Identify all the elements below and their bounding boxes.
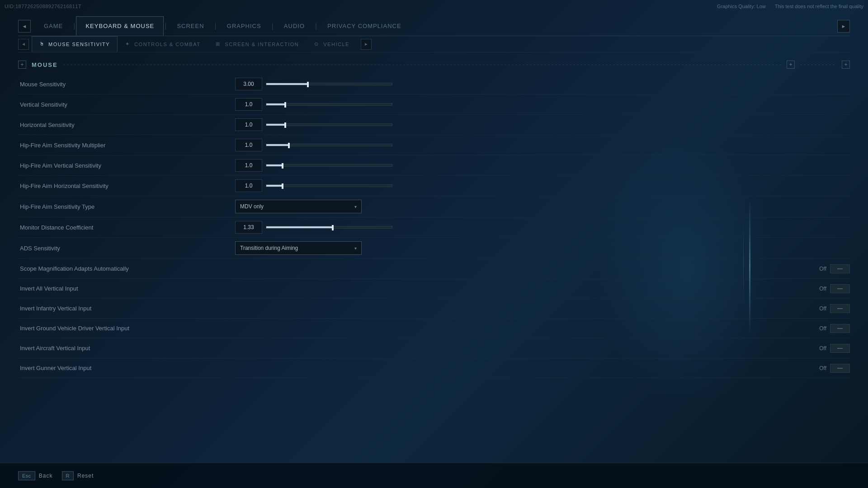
slider-thumb-mouse-sensitivity [307,82,309,87]
back-label: Back [39,473,53,479]
toggle-switch-invert-aircraft-vertical[interactable] [830,344,850,353]
slider-track-horizontal-sensitivity[interactable] [266,123,392,126]
sub-tab-vehicle[interactable]: ⊙ VEHICLE [307,36,357,52]
quality-notice: This test does not reflect the final qua… [775,4,863,9]
value-box-vertical-sensitivity[interactable]: 1.0 [235,98,262,111]
main-tab-keyboard-mouse[interactable]: KEYBOARD & MOUSE [76,16,164,36]
slider-track-mouse-sensitivity[interactable] [266,83,392,85]
dropdown-value-hipfire-aim-sensitivity-type: MDV only [240,203,264,210]
section-title: MOUSE [32,61,58,68]
setting-control-hipfire-aim-vertical-sensitivity: 1.0 [235,159,392,172]
settings-container: Mouse Sensitivity3.00Vertical Sensitivit… [18,74,850,378]
setting-row-hipfire-aim-sensitivity-type: Hip-Fire Aim Sensitivity TypeMDV only▾ [18,196,850,217]
toggle-switch-invert-gunner-vertical[interactable] [830,364,850,373]
slider-thumb-horizontal-sensitivity [284,122,286,128]
main-tab-privacy-label: PRIVACY COMPLIANCE [327,23,401,29]
value-box-hipfire-aim-vertical-sensitivity[interactable]: 1.0 [235,159,262,172]
dropdown-arrow-ads-sensitivity: ▾ [354,246,357,251]
value-box-mouse-sensitivity[interactable]: 3.00 [235,78,262,90]
reset-label: Reset [77,473,94,479]
slider-track-hipfire-aim-vertical-sensitivity[interactable] [266,164,392,167]
sep5: | [314,22,318,30]
toggle-group-invert-infantry-vertical: Off [813,304,850,313]
setting-row-horizontal-sensitivity: Horizontal Sensitivity1.0 [18,115,850,135]
setting-row-ads-sensitivity: ADS SensitivityTransition during Aiming▾ [18,238,850,259]
setting-label-ads-sensitivity: ADS Sensitivity [18,245,235,252]
setting-row-invert-all-vertical: Invert All Vertical InputOff [18,279,850,299]
slider-fill-mouse-sensitivity [266,83,308,85]
toggle-group-invert-gunner-vertical: Off [813,364,850,373]
setting-control-mouse-sensitivity: 3.00 [235,78,392,90]
quality-label: Graphics Quality: Low [717,4,766,9]
setting-label-horizontal-sensitivity: Horizontal Sensitivity [18,122,235,128]
dropdown-hipfire-aim-sensitivity-type[interactable]: MDV only▾ [235,200,362,213]
setting-row-monitor-distance-coefficient: Monitor Distance Coefficient1.33 [18,217,850,238]
setting-row-invert-ground-vehicle: Invert Ground Vehicle Driver Vertical In… [18,319,850,338]
setting-label-invert-infantry-vertical: Invert Infantry Vertical Input [18,305,235,312]
main-tab-audio[interactable]: AUDIO [274,16,314,36]
toggle-group-invert-aircraft-vertical: Off [813,344,850,353]
section-add-btn[interactable]: + [787,61,795,69]
main-tab-game-label: GAME [44,23,63,29]
toggle-switch-invert-ground-vehicle[interactable] [830,324,850,333]
slider-thumb-hipfire-aim-sensitivity-multiplier [288,143,290,148]
main-tab-graphics[interactable]: GRAPHICS [217,16,271,36]
toggle-dash-scope-magnification [837,268,843,269]
slider-track-vertical-sensitivity[interactable] [266,103,392,106]
slider-track-hipfire-aim-sensitivity-multiplier[interactable] [266,144,392,146]
sub-tab-controls-combat-label: CONTROLS & COMBAT [134,42,200,47]
toggle-group-invert-all-vertical: Off [813,284,850,293]
toggle-label-invert-gunner-vertical: Off [813,365,826,371]
value-box-hipfire-aim-horizontal-sensitivity[interactable]: 1.0 [235,179,262,192]
dropdown-ads-sensitivity[interactable]: Transition during Aiming▾ [235,241,362,255]
main-nav: ◄ GAME | KEYBOARD & MOUSE | SCREEN | GRA… [18,16,850,36]
toggle-switch-invert-infantry-vertical[interactable] [830,304,850,313]
reset-button[interactable]: R Reset [62,471,94,480]
value-box-hipfire-aim-sensitivity-multiplier[interactable]: 1.0 [235,139,262,151]
toggle-label-invert-infantry-vertical: Off [813,305,826,312]
toggle-label-invert-aircraft-vertical: Off [813,345,826,352]
toggle-label-invert-all-vertical: Off [813,286,826,292]
setting-control-horizontal-sensitivity: 1.0 [235,118,392,131]
slider-fill-hipfire-aim-horizontal-sensitivity [266,185,283,187]
sub-tab-mouse-sensitivity-label: MOUSE SENSITIVITY [48,42,110,47]
setting-control-hipfire-aim-sensitivity-type: MDV only▾ [235,200,362,213]
main-tab-audio-label: AUDIO [284,23,305,29]
main-tab-screen[interactable]: SCREEN [167,16,213,36]
section-expand-btn[interactable]: + [18,61,26,69]
sub-nav-left-btn[interactable]: ◄ [18,39,29,50]
sub-nav-right-btn[interactable]: ► [361,39,372,50]
back-button[interactable]: Esc Back [18,471,53,480]
main-nav-left-btn[interactable]: ◄ [18,20,31,33]
reset-key: R [62,471,74,480]
setting-control-hipfire-aim-horizontal-sensitivity: 1.0 [235,179,392,192]
section-add-btn2[interactable]: + [842,61,850,69]
sub-tab-screen-interaction[interactable]: ⊞ SCREEN & INTERACTION [208,36,307,52]
main-tab-game[interactable]: GAME [34,16,72,36]
setting-label-hipfire-aim-horizontal-sensitivity: Hip-Fire Aim Horizontal Sensitivity [18,183,235,189]
sub-tab-mouse-sensitivity[interactable]: 🖱 MOUSE SENSITIVITY [32,36,118,52]
toggle-group-scope-magnification: Off [813,264,850,273]
main-tab-privacy[interactable]: PRIVACY COMPLIANCE [318,16,410,36]
sub-tab-controls-combat[interactable]: ✦ CONTROLS & COMBAT [118,36,208,52]
setting-row-hipfire-aim-horizontal-sensitivity: Hip-Fire Aim Horizontal Sensitivity1.0 [18,176,850,196]
slider-fill-monitor-distance-coefficient [266,226,333,228]
slider-track-hipfire-aim-horizontal-sensitivity[interactable] [266,184,392,187]
controls-combat-icon: ✦ [125,41,132,47]
section-divider2 [800,65,836,65]
toggle-dash-invert-ground-vehicle [837,328,843,329]
setting-control-monitor-distance-coefficient: 1.33 [235,221,392,234]
main-tab-screen-label: SCREEN [177,23,204,29]
toggle-label-scope-magnification: Off [813,266,826,272]
toggle-switch-invert-all-vertical[interactable] [830,284,850,293]
mouse-sensitivity-icon: 🖱 [39,41,46,47]
value-box-horizontal-sensitivity[interactable]: 1.0 [235,118,262,131]
slider-track-monitor-distance-coefficient[interactable] [266,226,392,229]
setting-label-invert-all-vertical: Invert All Vertical Input [18,285,235,292]
sep4: | [271,22,274,30]
slider-thumb-hipfire-aim-vertical-sensitivity [282,163,283,169]
value-box-monitor-distance-coefficient[interactable]: 1.33 [235,221,262,234]
toggle-switch-scope-magnification[interactable] [830,264,850,273]
setting-label-hipfire-aim-vertical-sensitivity: Hip-Fire Aim Vertical Sensitivity [18,162,235,169]
main-nav-right-btn[interactable]: ► [837,20,850,33]
